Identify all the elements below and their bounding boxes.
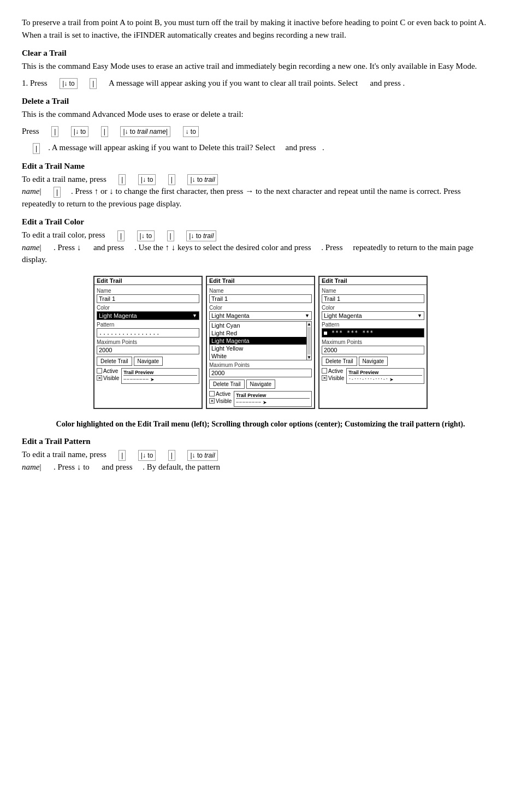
panel-right-color-label: Color [322, 305, 424, 311]
panel-center-preview-arrow: ➤ [263, 400, 267, 405]
clear-trail-step1: 1. Press |↓ to | A message will appear a… [22, 77, 499, 90]
panel-center-dropdown-items: Light Cyan Light Red Light Magenta Light… [209, 321, 306, 360]
panel-left-color-label: Color [97, 305, 199, 311]
clear-trail-body: This is the command Easy Mode uses to er… [22, 60, 499, 73]
panel-center-delete-btn[interactable]: Delete Trail [209, 380, 245, 389]
del-pipe3: | [101, 126, 108, 137]
panel-right-visible-row: ✕ Visible [322, 375, 344, 381]
edit-name-section: Edit a Trail Name To edit a trail name, … [22, 162, 499, 210]
edit-color-body: To edit a trail color, press | |↓ to | |… [22, 229, 499, 266]
ec-pipe3: | [167, 230, 174, 241]
panel-center-item-yellow[interactable]: Light Yellow [210, 345, 306, 352]
panel-center-preview-line: ———————— ➤ [236, 400, 310, 405]
panel-center-scrollbar-up[interactable]: ▲ [307, 322, 311, 327]
panel-center-scrollbar[interactable]: ▲ ▼ [306, 321, 312, 360]
panel-center-color-label: Color [209, 305, 312, 311]
panel-right-buttons: Delete Trail Navigate [322, 357, 424, 366]
panel-center-color-field[interactable]: Light Magenta ▼ [209, 311, 312, 320]
panel-center-buttons: Delete Trail Navigate [209, 380, 312, 389]
panel-center-scrollbar-down[interactable]: ▼ [307, 355, 311, 360]
panel-center-title: Edit Trail [207, 277, 314, 285]
panel-center-color-arrow[interactable]: ▼ [305, 313, 310, 318]
panel-right-pattern-label: Pattern [322, 322, 424, 328]
panel-center-visible-label: Visible [216, 398, 232, 404]
panel-right-active-checkbox[interactable] [322, 368, 327, 374]
panel-right-visible-checkbox[interactable]: ✕ [322, 375, 327, 381]
panel-right-color-field[interactable]: Light Magenta ▼ [322, 311, 424, 320]
step1-msg: A message will appear asking you if you … [109, 79, 358, 87]
panel-left-bottom: Active ✕ Visible Trail Preview ———————— … [97, 368, 199, 384]
panel-left-visible-label: Visible [103, 375, 119, 381]
ec-pipe2: |↓ to [137, 230, 155, 241]
del-pipe4: |↓ to trail name| [120, 126, 170, 137]
panel-left: Edit Trail Name Trail 1 Color Light Mage… [93, 276, 203, 409]
clear-trail-heading: Clear a Trail [22, 49, 499, 58]
panel-right-active-label: Active [328, 368, 343, 374]
edit-pattern-body: To edit a trail name, press | |↓ to | |↓… [22, 448, 499, 473]
ec-pipe4: |↓ to trail [186, 230, 216, 241]
panel-left-preview-dots: ———————— [123, 377, 149, 382]
panel-right-maxpoints-field: 2000 [322, 346, 424, 354]
panel-right-name-label: Name [322, 288, 424, 294]
panel-right-color-arrow[interactable]: ▼ [417, 313, 422, 318]
panel-center-item-magenta[interactable]: Light Magenta [210, 337, 306, 345]
panel-center-checks: Active ✕ Visible [209, 391, 232, 404]
panel-right-checks: Active ✕ Visible [322, 368, 344, 381]
panel-center-trail-preview: Trail Preview ———————— ➤ [234, 391, 312, 407]
panel-left-body: Name Trail 1 Color Light Magenta ▼ Patte… [94, 285, 202, 385]
panel-right-visible-label: Visible [328, 375, 344, 381]
edit-pattern-heading: Edit a Trail Pattern [22, 437, 499, 446]
panel-center-navigate-btn[interactable]: Navigate [246, 380, 275, 389]
panels-caption: Color highlighted on the Edit Trail menu… [22, 419, 499, 430]
panel-left-buttons: Delete Trail Navigate [97, 357, 199, 366]
panel-center-active-checkbox[interactable] [209, 391, 215, 396]
panel-right-color-value: Light Magenta [324, 312, 362, 319]
en-pipe5: | [54, 187, 61, 198]
panel-center-name-field: Trail 1 [209, 294, 312, 303]
panel-left-active-checkbox[interactable] [97, 368, 102, 374]
panel-left-title: Edit Trail [94, 277, 202, 285]
panel-left-pattern-field: ................ [97, 328, 199, 337]
panel-center-color-value: Light Magenta [211, 312, 250, 319]
panel-right-maxpoints-label: Maximum Points [322, 339, 424, 345]
clear-trail-section: Clear a Trail This is the command Easy M… [22, 49, 499, 89]
panel-right-navigate-btn[interactable]: Navigate [359, 357, 388, 366]
delete-trail-section: Delete a Trail This is the command Advan… [22, 97, 499, 154]
panel-center-maxpoints-label: Maximum Points [209, 362, 312, 368]
delete-trail-body: This is the command Advanced Mode uses t… [22, 108, 499, 121]
panel-left-color-field[interactable]: Light Magenta ▼ [97, 311, 199, 320]
edit-color-section: Edit a Trail Color To edit a trail color… [22, 217, 499, 266]
panel-right-name-field: Trail 1 [322, 294, 424, 303]
panel-center-active-label: Active [216, 391, 230, 397]
del-pipe5: ↓ to [183, 126, 199, 137]
panel-center-item-white[interactable]: White [210, 352, 306, 360]
panel-left-visible-checkbox[interactable]: ✕ [97, 375, 102, 381]
panel-center: Edit Trail Name Trail 1 Color Light Mage… [206, 276, 315, 409]
ep-pipe1: | [119, 450, 126, 461]
panel-right-preview-dots: ·-···-···-···-· [348, 377, 388, 382]
panel-left-maxpoints-label: Maximum Points [97, 339, 199, 345]
panel-center-active-row: Active [209, 391, 232, 397]
panel-right-delete-btn[interactable]: Delete Trail [322, 357, 357, 366]
step1-press: 1. Press [22, 79, 48, 87]
en-pipe4: |↓ to trail [187, 174, 217, 185]
panel-center-item-cyan[interactable]: Light Cyan [210, 322, 306, 329]
en-pipe3: | [168, 174, 175, 185]
step1-and: and press [370, 79, 401, 87]
panel-left-color-arrow[interactable]: ▼ [192, 313, 197, 318]
panel-right: Edit Trail Name Trail 1 Color Light Mage… [318, 276, 428, 409]
panel-center-dropdown: Light Cyan Light Red Light Magenta Light… [209, 321, 312, 360]
panel-left-delete-btn[interactable]: Delete Trail [97, 357, 132, 366]
panel-center-name-label: Name [209, 288, 312, 294]
panel-center-item-red[interactable]: Light Red [210, 329, 306, 337]
del-pipe2: |↓ to [71, 126, 88, 137]
panel-right-preview-arrow: ➤ [389, 377, 394, 382]
panel-center-visible-row: ✕ Visible [209, 398, 232, 404]
panel-center-visible-checkbox[interactable]: ✕ [209, 398, 215, 404]
panel-left-name-field: Trail 1 [97, 294, 199, 303]
panel-left-preview-arrow: ➤ [150, 377, 155, 382]
panel-left-visible-row: ✕ Visible [97, 375, 119, 381]
intro-section: To preserve a trail from point A to poin… [22, 16, 499, 41]
panel-left-checks: Active ✕ Visible [97, 368, 119, 381]
panel-left-navigate-btn[interactable]: Navigate [134, 357, 163, 366]
